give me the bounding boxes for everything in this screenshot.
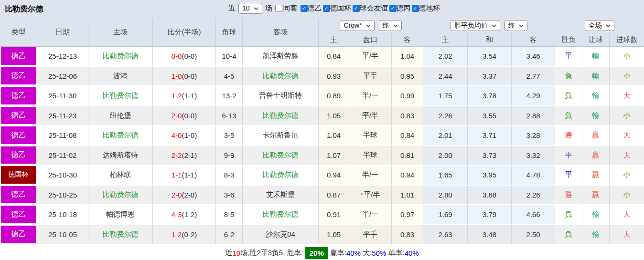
home-team[interactable]: 比勒费尔德 [88, 225, 153, 245]
filter-label-2: 球会友谊 [360, 4, 388, 13]
league-badge: 德乙 [1, 107, 36, 125]
away-team[interactable]: 卡尔斯鲁厄 [243, 126, 319, 146]
avg-draw-odds: 3.78 [468, 86, 512, 106]
crown-away-odds: 0.84 [392, 126, 423, 146]
full-time-score: 1-2 [172, 92, 182, 100]
match-date: 25-10-05 [37, 225, 88, 245]
handicap-bet-cell: 輸 [582, 225, 610, 245]
away-team[interactable]: 比勒费尔德 [243, 205, 319, 225]
home-team[interactable]: 比勒费尔德 [88, 186, 153, 206]
subcol-crown-handicap: 盘口 [349, 33, 392, 47]
avg-away-odds: 4.66 [512, 205, 555, 225]
goals-bet-cell: 大 [610, 205, 644, 225]
avg-away-odds: 2.26 [512, 186, 555, 206]
crown-home-odds: 0.91 [319, 205, 349, 225]
full-time-score: 2-0 [172, 112, 182, 120]
score-cell: 1-2(0-2) [153, 225, 216, 245]
summary-segment-2: 场,胜2平3负5, 胜率: [240, 249, 303, 258]
home-team[interactable]: 帕德博恩 [88, 205, 153, 225]
league-type-cell: 德乙 [0, 146, 37, 166]
summary-segment-3: 20% [305, 247, 328, 259]
subcol-avg-draw: 和 [468, 33, 512, 47]
odds-group-crown: Crow* 终 [319, 18, 423, 33]
result-cell: 負 [555, 225, 582, 245]
avg-away-odds: 2.77 [512, 67, 555, 87]
period-select[interactable]: 全场 [585, 20, 614, 31]
bookmaker-select[interactable]: Crow* [340, 20, 374, 31]
half-time-score: (2-0) [182, 191, 197, 199]
recent-count-value: 10 [242, 4, 250, 12]
filter-checkbox-3[interactable]: ✓ [389, 5, 397, 12]
corners-cell: 9-9 [216, 146, 243, 166]
odds-time-select[interactable]: 终 [379, 20, 402, 31]
same-opponent-label: 同客 [283, 4, 298, 13]
match-date: 25-10-25 [37, 186, 88, 206]
away-team[interactable]: 沙尔克04 [243, 225, 319, 245]
handicap-line: 半球 [363, 151, 377, 160]
same-opponent-checkbox[interactable] [275, 5, 282, 12]
chevron-down-icon [393, 24, 398, 27]
filter-checkbox-0[interactable]: ✓ [301, 5, 308, 12]
league-badge: 德乙 [1, 206, 36, 223]
avg-draw-odds: 3.71 [468, 126, 512, 146]
away-team[interactable]: 比勒费尔德 [243, 106, 319, 126]
chevron-down-icon [519, 24, 524, 27]
league-badge: 德国杯 [1, 166, 36, 184]
average-type-select[interactable]: 胜平负均值 [451, 20, 500, 31]
match-date: 25-11-30 [37, 86, 88, 106]
handicap-bet-cell: 贏 [582, 126, 610, 146]
goals-bet-cell: 小 [610, 186, 644, 206]
result-cell: 平 [555, 166, 582, 186]
away-team[interactable]: 普鲁士明斯特 [243, 86, 319, 106]
handicap-line: 平手 [363, 230, 377, 239]
filter-checkbox-2[interactable]: ✓ [353, 5, 360, 12]
home-team[interactable]: 波鸿 [88, 67, 153, 87]
full-time-score: 0-0 [172, 52, 182, 60]
league-badge: 德乙 [1, 126, 36, 144]
half-time-score: (0-0) [182, 112, 197, 120]
score-cell: 4-3(1-2) [153, 205, 216, 225]
away-team[interactable]: 比勒费尔德 [243, 67, 319, 87]
corners-cell: 3-6 [216, 186, 243, 206]
home-team[interactable]: 比勒费尔德 [88, 47, 153, 67]
filter-controls: 近 10 场 同客 ✓德乙✓德国杯✓球会友谊✓德丙✓德地杯 [228, 3, 440, 14]
away-team[interactable]: 凯泽斯劳滕 [243, 47, 319, 67]
avg-home-odds: 2.80 [423, 186, 468, 206]
avg-home-odds: 2.01 [423, 126, 468, 146]
filter-checkbox-1[interactable]: ✓ [323, 5, 330, 12]
crown-away-odds: 0.83 [392, 106, 423, 126]
away-team[interactable]: 艾禾斯堡 [243, 186, 319, 206]
match-date: 25-12-13 [37, 47, 88, 67]
score-cell: 2-2(2-1) [153, 146, 216, 166]
chevron-down-icon [366, 24, 371, 27]
score-cell: 4-0(1-0) [153, 126, 216, 146]
goals-bet-cell: 大 [610, 126, 644, 146]
result-cell: 平 [555, 47, 582, 67]
handicap-line: 半/一 [362, 91, 378, 100]
average-time-select[interactable]: 终 [504, 20, 527, 31]
recent-count-select[interactable]: 10 [238, 3, 262, 14]
away-team[interactable]: 比勒费尔德 [243, 166, 319, 186]
result-cell: 勝 [555, 126, 582, 146]
league-badge: 德乙 [1, 226, 36, 243]
col-header-home: 主场 [88, 18, 153, 47]
handicap-line: 平/半 [364, 190, 380, 199]
crown-home-odds: 0.89 [319, 86, 349, 106]
match-date: 25-10-30 [37, 166, 88, 186]
avg-home-odds: 1.69 [423, 205, 468, 225]
goals-bet-cell: 大 [610, 86, 644, 106]
home-team[interactable]: 柏林联 [88, 166, 153, 186]
full-time-score: 2-0 [172, 191, 182, 199]
handicap-bet-cell: 輸 [582, 205, 610, 225]
home-team[interactable]: 纽伦堡 [88, 106, 153, 126]
avg-away-odds: 2.50 [512, 225, 555, 245]
home-team[interactable]: 达姆斯塔特 [88, 146, 153, 166]
score-cell: 1-1(1-1) [153, 166, 216, 186]
filter-checkbox-4[interactable]: ✓ [412, 5, 419, 12]
away-team[interactable]: 比勒费尔德 [243, 146, 319, 166]
result-cell: 負 [555, 106, 582, 126]
home-team[interactable]: 比勒费尔德 [88, 126, 153, 146]
average-time-select-value: 终 [508, 21, 515, 30]
crown-home-odds: 0.87 [319, 186, 349, 206]
home-team[interactable]: 比勒费尔德 [88, 86, 153, 106]
